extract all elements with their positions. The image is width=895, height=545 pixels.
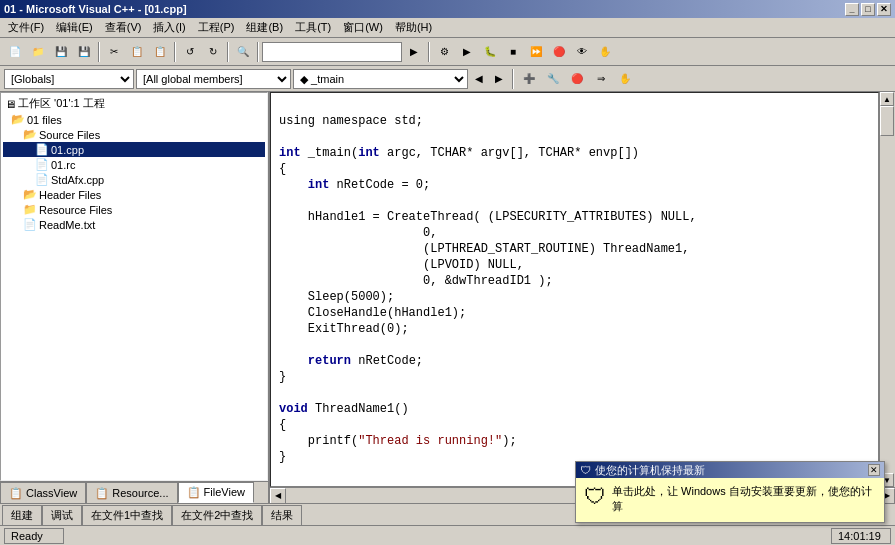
members-dropdown[interactable]: [All global members] <box>136 69 291 89</box>
bookmark-button[interactable]: 🔴 <box>566 68 588 90</box>
code-line-12: 0, &dwThreadID1 ); <box>279 273 870 289</box>
tree-item-01rc[interactable]: 📄 01.rc <box>3 157 265 172</box>
file-tree[interactable]: 🖥 工作区 '01':1 工程 📂 01 files 📂 Source File… <box>0 92 268 481</box>
tree-label-01rc: 01.rc <box>51 159 75 171</box>
tree-item-header-files[interactable]: 📂 Header Files <box>3 187 265 202</box>
tab-find1-label: 在文件1中查找 <box>91 509 163 521</box>
code-line-16 <box>279 337 870 353</box>
tab-classview[interactable]: 📋 ClassView <box>0 482 86 503</box>
file-icon-rc: 📄 <box>35 158 49 171</box>
debug-button[interactable]: 🐛 <box>479 41 501 63</box>
notification-close-button[interactable]: ✕ <box>868 464 880 476</box>
window-title: 01 - Microsoft Visual C++ - [01.cpp] <box>4 3 845 15</box>
scroll-up-button[interactable]: ▲ <box>880 92 894 106</box>
new-button[interactable]: 📄 <box>4 41 26 63</box>
menu-edit[interactable]: 编辑(E) <box>50 18 99 37</box>
tree-item-readme[interactable]: 📄 ReadMe.txt <box>3 217 265 232</box>
toolbar-sep5 <box>428 42 430 62</box>
tab-results-label: 结果 <box>271 509 293 521</box>
redo-button[interactable]: ↻ <box>202 41 224 63</box>
hand-btn[interactable]: ✋ <box>594 41 616 63</box>
toolbar-sep2 <box>174 42 176 62</box>
function-dropdown[interactable]: ◆ _tmain <box>293 69 468 89</box>
copy-button[interactable]: 📋 <box>126 41 148 63</box>
code-line-22: printf("Thread is running!"); <box>279 433 870 449</box>
run-button[interactable]: ▶ <box>456 41 478 63</box>
tree-item-source-files[interactable]: 📂 Source Files <box>3 127 265 142</box>
search-go-button[interactable]: ▶ <box>403 41 425 63</box>
workspace-root[interactable]: 🖥 工作区 '01':1 工程 <box>3 95 265 112</box>
menu-tools[interactable]: 工具(T) <box>289 18 337 37</box>
code-editor[interactable]: using namespace std; int _tmain(int argc… <box>270 92 879 487</box>
code-line-11: (LPVOID) NULL, <box>279 257 870 273</box>
step-btn[interactable]: ⏩ <box>525 41 547 63</box>
tree-item-resource-files[interactable]: 📁 Resource Files <box>3 202 265 217</box>
cut-button[interactable]: ✂ <box>103 41 125 63</box>
save-button[interactable]: 💾 <box>50 41 72 63</box>
menu-file[interactable]: 文件(F) <box>2 18 50 37</box>
right-editor-content: using namespace std; int _tmain(int argc… <box>270 92 895 487</box>
add-member-button[interactable]: 🔧 <box>542 68 564 90</box>
tree-item-01cpp[interactable]: 📄 01.cpp <box>3 142 265 157</box>
menu-project[interactable]: 工程(P) <box>192 18 241 37</box>
tab-debug[interactable]: 调试 <box>42 505 82 525</box>
find-button[interactable]: 🔍 <box>232 41 254 63</box>
menu-build[interactable]: 组建(B) <box>240 18 289 37</box>
tab-build[interactable]: 组建 <box>2 505 42 525</box>
toolbar-sep4 <box>257 42 259 62</box>
code-line-2: using namespace std; <box>279 113 870 129</box>
scroll-left-button[interactable]: ◀ <box>270 488 286 504</box>
menu-window[interactable]: 窗口(W) <box>337 18 389 37</box>
nav-forward-button[interactable]: ▶ <box>490 70 508 88</box>
search-input[interactable] <box>262 42 402 62</box>
tree-item-01files[interactable]: 📂 01 files <box>3 112 265 127</box>
save-all-button[interactable]: 💾 <box>73 41 95 63</box>
stop-button[interactable]: ■ <box>502 41 524 63</box>
maximize-button[interactable]: □ <box>861 3 875 16</box>
folder-icon-source: 📂 <box>23 128 37 141</box>
tab-fileview[interactable]: 📋 FileView <box>178 482 254 503</box>
scroll-thumb[interactable] <box>880 106 894 136</box>
tab-find2-label: 在文件2中查找 <box>181 509 253 521</box>
menu-view[interactable]: 查看(V) <box>99 18 148 37</box>
workspace-icon: 🖥 <box>5 98 16 110</box>
tab-results[interactable]: 结果 <box>262 505 302 525</box>
status-ready: Ready <box>4 528 64 544</box>
goto-button[interactable]: ⇒ <box>590 68 612 90</box>
tab-find1[interactable]: 在文件1中查找 <box>82 505 172 525</box>
vertical-scrollbar[interactable]: ▲ ▼ <box>879 92 895 487</box>
nav-back-button[interactable]: ◀ <box>470 70 488 88</box>
menu-insert[interactable]: 插入(I) <box>147 18 191 37</box>
globals-dropdown[interactable]: [Globals] <box>4 69 134 89</box>
minimize-button[interactable]: _ <box>845 3 859 16</box>
undo-button[interactable]: ↺ <box>179 41 201 63</box>
scroll-track[interactable] <box>880 106 895 473</box>
menu-help[interactable]: 帮助(H) <box>389 18 438 37</box>
toolbar-dropdowns: [Globals] [All global members] ◆ _tmain … <box>0 66 895 92</box>
code-line-13: Sleep(5000); <box>279 289 870 305</box>
breakpoint-btn[interactable]: 🔴 <box>548 41 570 63</box>
toolbar-main: 📄 📁 💾 💾 ✂ 📋 📋 ↺ ↻ 🔍 ▶ ⚙ ▶ 🐛 ■ ⏩ 🔴 👁 ✋ <box>0 38 895 66</box>
hand2-button[interactable]: ✋ <box>614 68 636 90</box>
tab-fileview-label: 📋 FileView <box>187 486 245 499</box>
code-line-4: int _tmain(int argc, TCHAR* argv[], TCHA… <box>279 145 870 161</box>
open-button[interactable]: 📁 <box>27 41 49 63</box>
tab-debug-label: 调试 <box>51 509 73 521</box>
close-button[interactable]: ✕ <box>877 3 891 16</box>
watch-btn[interactable]: 👁 <box>571 41 593 63</box>
file-icon-cpp: 📄 <box>35 143 49 156</box>
toolbar2-sep <box>512 69 514 89</box>
window-controls: _ □ ✕ <box>845 3 891 16</box>
title-bar: 01 - Microsoft Visual C++ - [01.cpp] _ □… <box>0 0 895 18</box>
tree-item-stdafx[interactable]: 📄 StdAfx.cpp <box>3 172 265 187</box>
tab-resourceview[interactable]: 📋 Resource... <box>86 482 177 503</box>
add-class-button[interactable]: ➕ <box>518 68 540 90</box>
status-bar: Ready 14:01:19 <box>0 525 895 545</box>
notification-icon: 🛡 <box>584 484 606 510</box>
tab-find2[interactable]: 在文件2中查找 <box>172 505 262 525</box>
compile-button[interactable]: ⚙ <box>433 41 455 63</box>
paste-button[interactable]: 📋 <box>149 41 171 63</box>
code-line-17: return nRetCode; <box>279 353 870 369</box>
tree-label-stdafx: StdAfx.cpp <box>51 174 104 186</box>
tree-label-readme: ReadMe.txt <box>39 219 95 231</box>
